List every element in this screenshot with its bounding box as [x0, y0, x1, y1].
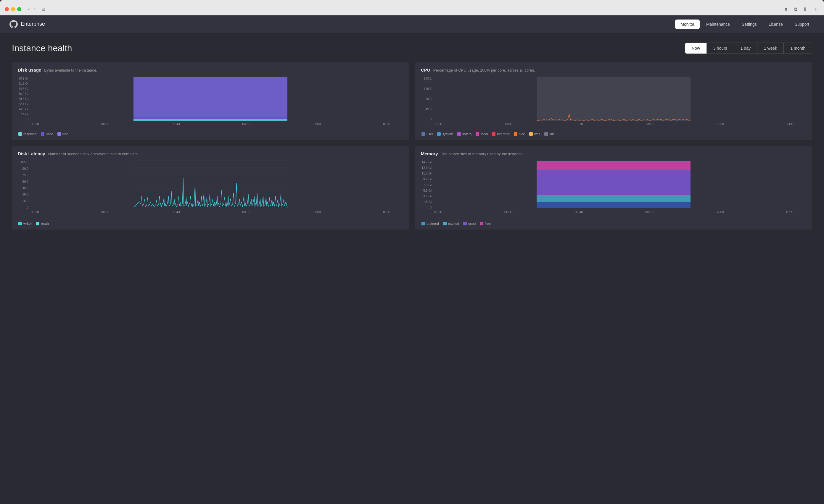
disk-latency-title: Disk Latency [18, 151, 45, 156]
nav-link-settings[interactable]: Settings [736, 19, 762, 29]
main-content: Instance health Now 3 hours 1 day 1 week… [0, 33, 824, 504]
share-button[interactable]: ⬆ [782, 5, 790, 13]
legend-mem-used-color [463, 222, 467, 225]
reader-view-button[interactable]: ⊡ [40, 6, 47, 12]
legend-interrupt: interrupt [492, 132, 509, 136]
legend-user-label: user [426, 132, 433, 136]
nav-link-monitor[interactable]: Monitor [675, 19, 700, 29]
svg-rect-17 [537, 77, 691, 121]
legend-free-color [58, 132, 61, 136]
disk-usage-chart-area: 59.1 Gi 51.7 Gi 44.3 Gi 36.9 Gi 29.5 Gi … [18, 77, 403, 130]
legend-steal-label: steal [481, 132, 488, 136]
legend-interrupt-label: interrupt [497, 132, 509, 136]
cpu-legend: user system softirq steal [421, 132, 806, 136]
disk-latency-plot [18, 160, 403, 209]
time-btn-1month[interactable]: 1 month [784, 43, 812, 53]
disk-usage-svg [18, 77, 403, 121]
disk-latency-panel: Disk Latency Number of seconds disk oper… [12, 146, 409, 230]
add-tab-button[interactable]: + [811, 5, 819, 13]
legend-mem-free-color [480, 222, 483, 225]
minimize-button[interactable] [11, 7, 15, 11]
nav-link-maintenance[interactable]: Maintenance [701, 19, 735, 29]
legend-reserved-color [18, 132, 22, 136]
nav-arrows: ‹ › [27, 6, 37, 12]
legend-system-label: system [442, 132, 453, 136]
close-button[interactable] [5, 7, 9, 11]
legend-buffered: buffered [421, 222, 439, 225]
legend-mem-free: free [480, 222, 491, 225]
disk-usage-plot [18, 77, 403, 121]
disk-latency-x-labels: 06:20 06:30 06:40 06:50 07:00 07:10 [18, 209, 403, 214]
svg-rect-11 [133, 119, 287, 121]
new-tab-overview-button[interactable]: ⧉ [792, 5, 799, 13]
download-button[interactable]: ⬇ [801, 5, 809, 13]
charts-grid: Disk usage Bytes available to the instan… [12, 62, 812, 230]
disk-usage-header: Disk usage Bytes available to the instan… [18, 68, 403, 73]
nav-link-license[interactable]: License [763, 19, 788, 29]
legend-wait-color [529, 132, 533, 136]
cpu-svg [421, 77, 806, 121]
legend-write: write) [18, 222, 32, 225]
nav-links: Monitor Maintenance Settings License Sup… [675, 19, 815, 29]
disk-latency-chart-area: 105.0 90.0 75.0 60.0 45.0 30.0 15.0 0 [18, 160, 403, 220]
svg-rect-38 [537, 202, 691, 208]
nav-link-support[interactable]: Support [789, 19, 815, 29]
legend-steal: steal [476, 132, 488, 136]
memory-subtitle: The binary size of memory used by the in… [441, 152, 524, 156]
memory-x-labels: 06:20 06:30 06:40 06:50 07:00 07:10 [421, 209, 806, 214]
svg-rect-9 [133, 77, 287, 117]
memory-plot [421, 160, 806, 209]
legend-read: read) [36, 222, 49, 225]
disk-usage-title: Disk usage [18, 68, 41, 73]
legend-user: user [421, 132, 433, 136]
disk-usage-chart-inner: 59.1 Gi 51.7 Gi 44.3 Gi 36.9 Gi 29.5 Gi … [18, 77, 403, 121]
disk-latency-subtitle: Number of seconds disk operations take t… [48, 152, 139, 156]
time-btn-1day[interactable]: 1 day [734, 43, 757, 53]
time-btn-now[interactable]: Now [685, 43, 707, 53]
legend-softirq-label: softirq [462, 132, 472, 136]
legend-used: used [41, 132, 53, 136]
legend-wait: wait [529, 132, 540, 136]
browser-toolbar: ⬆ ⧉ ⬇ + [782, 5, 819, 13]
legend-softirq-color [457, 132, 461, 136]
memory-title: Memory [421, 151, 438, 156]
disk-latency-legend: write) read) [18, 222, 403, 225]
legend-user-color [421, 132, 425, 136]
time-btn-1week[interactable]: 1 week [757, 43, 784, 53]
legend-used-color [41, 132, 44, 136]
legend-free: free [58, 132, 68, 136]
maximize-button[interactable] [17, 7, 21, 11]
back-button[interactable]: ‹ [27, 6, 31, 12]
svg-rect-35 [537, 161, 691, 170]
svg-rect-36 [537, 170, 691, 195]
time-btn-3hours[interactable]: 3 hours [707, 43, 734, 53]
legend-read-label: read) [41, 222, 49, 225]
svg-rect-37 [537, 195, 691, 202]
legend-system-color [437, 132, 441, 136]
legend-cached-color [443, 222, 447, 225]
memory-header: Memory The binary size of memory used by… [421, 151, 806, 156]
legend-wait-label: wait [534, 132, 540, 136]
memory-chart-area: 14.7 Gi 12.9 Gi 11.0 Gi 9.2 Gi 7.3 Gi 5.… [421, 160, 806, 220]
time-range-buttons: Now 3 hours 1 day 1 week 1 month [685, 42, 812, 54]
forward-button[interactable]: › [32, 6, 37, 12]
legend-system: system [437, 132, 453, 136]
top-nav: Enterprise Monitor Maintenance Settings … [0, 15, 824, 33]
legend-steal-color [476, 132, 479, 136]
memory-svg [421, 160, 806, 209]
cpu-plot [421, 77, 806, 121]
brand-name: Enterprise [21, 21, 45, 27]
disk-usage-subtitle: Bytes available to the instance. [44, 68, 97, 73]
legend-cached-label: cached [448, 222, 459, 225]
app-wrapper: Enterprise Monitor Maintenance Settings … [0, 15, 824, 504]
cpu-title: CPU [421, 68, 430, 73]
traffic-lights [5, 7, 21, 11]
legend-mem-free-label: free [485, 222, 491, 225]
legend-mem-used: used [463, 222, 476, 225]
legend-nice-color [514, 132, 517, 136]
disk-usage-x-labels: 06:20 06:30 06:40 06:50 07:00 07:10 [18, 121, 403, 126]
legend-free-label: free [63, 132, 68, 136]
legend-nice-label: nice [519, 132, 525, 136]
memory-panel: Memory The binary size of memory used by… [415, 146, 812, 230]
legend-nice: nice [514, 132, 525, 136]
